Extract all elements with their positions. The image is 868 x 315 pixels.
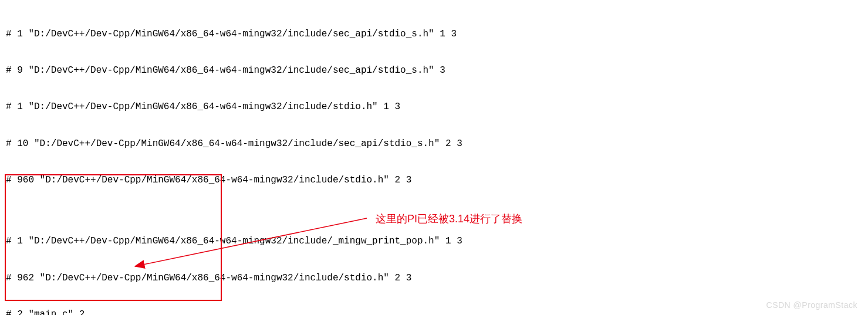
preproc-line: # 9 "D:/DevC++/Dev-Cpp/MinGW64/x86_64-w6… (6, 65, 862, 77)
preproc-line: # 1 "D:/DevC++/Dev-Cpp/MinGW64/x86_64-w6… (6, 28, 862, 40)
preproc-line: # 1 "D:/DevC++/Dev-Cpp/MinGW64/x86_64-w6… (6, 101, 862, 113)
preproc-line: # 2 "main.c" 2 (6, 309, 862, 315)
annotation-text: 这里的PI已经被3.14进行了替换 (376, 212, 522, 226)
preproc-line: # 10 "D:/DevC++/Dev-Cpp/MinGW64/x86_64-w… (6, 138, 862, 150)
preproc-line: # 962 "D:/DevC++/Dev-Cpp/MinGW64/x86_64-… (6, 272, 862, 284)
code-content: # 1 "D:/DevC++/Dev-Cpp/MinGW64/x86_64-w6… (0, 0, 868, 315)
watermark-text: CSDN @ProgramStack (766, 300, 857, 310)
preproc-line: # 1 "D:/DevC++/Dev-Cpp/MinGW64/x86_64-w6… (6, 235, 862, 248)
preproc-line: # 960 "D:/DevC++/Dev-Cpp/MinGW64/x86_64-… (6, 174, 862, 187)
